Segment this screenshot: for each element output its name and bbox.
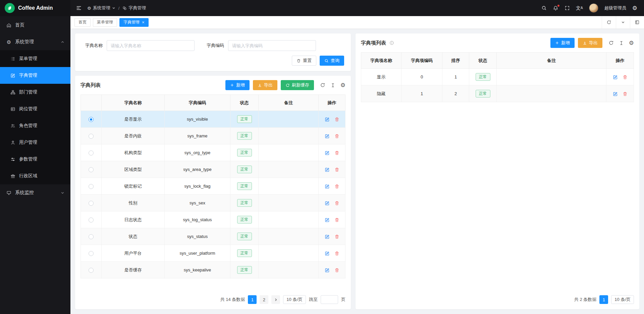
sidebar-item-region[interactable]: 行政区域	[0, 168, 70, 184]
export-dict-item-button[interactable]: 导出	[578, 38, 602, 48]
row-actions	[319, 111, 345, 128]
dict-code-input[interactable]	[228, 40, 316, 51]
edit-icon[interactable]	[613, 91, 618, 97]
delete-icon[interactable]	[623, 75, 628, 80]
row-radio[interactable]	[89, 150, 94, 155]
next-page-button[interactable]	[271, 295, 280, 304]
edit-icon[interactable]	[613, 75, 618, 80]
table-settings-icon[interactable]: ⚙	[629, 40, 634, 46]
breadcrumb-parent[interactable]: ⚙ 系统管理	[87, 5, 115, 11]
delete-icon[interactable]	[334, 201, 339, 206]
edit-icon[interactable]	[325, 167, 330, 172]
dict-table-row[interactable]: 用户平台sys_user_platform正常	[81, 245, 345, 262]
edit-icon[interactable]	[325, 134, 330, 139]
sidebar-item-dict-mgmt[interactable]: 字典管理	[0, 67, 70, 84]
reload-table-icon[interactable]	[608, 40, 614, 46]
refresh-page-icon[interactable]	[602, 16, 616, 28]
content-fullscreen-icon[interactable]	[630, 16, 644, 28]
dict-table-row[interactable]: 状态sys_status正常	[81, 228, 345, 245]
row-radio[interactable]	[89, 234, 94, 239]
search-button[interactable]: 查询	[320, 56, 344, 66]
tab-home[interactable]: 首页	[74, 18, 91, 27]
sidebar-item-param-mgmt[interactable]: 参数管理	[0, 151, 70, 168]
fullscreen-icon[interactable]	[565, 5, 570, 11]
app-logo[interactable]: Coffee Admin	[0, 0, 70, 16]
row-radio[interactable]	[89, 201, 94, 206]
dict-table-row[interactable]: 锁定标记sys_lock_flag正常	[81, 178, 345, 195]
dict-table-row[interactable]: 机构类型sys_org_type正常	[81, 144, 345, 161]
delete-icon[interactable]	[334, 234, 339, 239]
search-card: 字典名称 字典编码 重置	[75, 34, 351, 71]
sidebar-toggle-icon[interactable]	[76, 5, 82, 11]
row-radio[interactable]	[89, 217, 94, 223]
export-dict-button[interactable]: 导出	[253, 80, 277, 90]
delete-icon[interactable]	[334, 150, 339, 155]
jump-page-input[interactable]	[321, 295, 338, 304]
dict-table-row[interactable]: 日志状态sys_log_status正常	[81, 211, 345, 228]
row-radio[interactable]	[89, 167, 94, 172]
translate-icon[interactable]: 文A	[576, 6, 583, 10]
edit-icon[interactable]	[325, 201, 330, 206]
sidebar-item-post-mgmt[interactable]: 岗位管理	[0, 101, 70, 117]
add-dict-button[interactable]: 新增	[225, 80, 250, 90]
dict-name-input[interactable]	[107, 40, 195, 51]
settings-gear-icon[interactable]: ⚙	[632, 5, 637, 11]
dict-table-row[interactable]: 区域类型sys_area_type正常	[81, 161, 345, 178]
page-button-1[interactable]: 1	[248, 295, 257, 304]
dict-table-row[interactable]: 是否内嵌sys_frame正常	[81, 128, 345, 144]
add-dict-item-button[interactable]: 新增	[550, 38, 575, 48]
edit-icon[interactable]	[325, 234, 330, 239]
delete-icon[interactable]	[334, 184, 339, 189]
breadcrumb-current[interactable]: 字典管理	[122, 5, 146, 11]
edit-icon[interactable]	[325, 251, 330, 256]
sidebar-item-monitor[interactable]: 系统监控	[0, 184, 70, 201]
sidebar-item-home[interactable]: 首页	[0, 17, 70, 34]
delete-icon[interactable]	[334, 251, 339, 256]
row-radio[interactable]	[89, 184, 94, 189]
refresh-cache-button[interactable]: 刷新缓存	[281, 80, 314, 90]
delete-icon[interactable]	[334, 217, 339, 223]
row-radio[interactable]	[89, 268, 94, 273]
tab-close-icon[interactable]: ×	[142, 20, 145, 24]
dict-table-row[interactable]: 是否缓存sys_keepalive正常	[81, 262, 345, 278]
page-button-2[interactable]: 2	[260, 295, 268, 304]
tab-options-chevron-icon[interactable]	[616, 16, 630, 28]
sidebar-item-dept-mgmt[interactable]: 部门管理	[0, 84, 70, 101]
delete-icon[interactable]	[623, 91, 628, 97]
row-radio[interactable]	[89, 134, 94, 139]
sidebar-item-role-mgmt[interactable]: 角色管理	[0, 117, 70, 134]
edit-icon[interactable]	[325, 268, 330, 273]
tab-dict-mgmt[interactable]: 字典管理 ×	[119, 18, 149, 27]
table-settings-icon[interactable]: ⚙	[340, 82, 345, 88]
table-density-icon[interactable]	[619, 41, 624, 46]
dict-item-table-row[interactable]: 显示01正常	[361, 69, 634, 85]
sidebar-item-menu-mgmt[interactable]: 菜单管理	[0, 50, 70, 67]
dict-item-table-row[interactable]: 隐藏12正常	[361, 85, 634, 102]
search-icon[interactable]	[541, 5, 547, 11]
info-icon[interactable]	[389, 41, 394, 45]
dict-table-row[interactable]: 是否显示sys_visible正常	[81, 111, 345, 128]
row-radio[interactable]	[89, 117, 94, 122]
delete-icon[interactable]	[334, 134, 339, 139]
edit-icon[interactable]	[325, 217, 330, 223]
edit-icon[interactable]	[325, 117, 330, 122]
avatar[interactable]	[589, 3, 598, 13]
sidebar-item-user-mgmt[interactable]: 用户管理	[0, 134, 70, 151]
row-radio[interactable]	[89, 251, 94, 256]
page-button-1[interactable]: 1	[599, 295, 608, 304]
delete-icon[interactable]	[334, 268, 339, 273]
reload-table-icon[interactable]	[320, 82, 325, 88]
page-size-select[interactable]: 10 条/页	[283, 295, 306, 304]
edit-icon[interactable]	[325, 184, 330, 189]
delete-icon[interactable]	[334, 117, 339, 122]
edit-icon[interactable]	[325, 150, 330, 155]
sidebar-item-system[interactable]: ⚙ 系统管理	[0, 34, 70, 50]
reset-button[interactable]: 重置	[292, 56, 316, 66]
user-name[interactable]: 超级管理员	[604, 5, 626, 11]
page-size-select[interactable]: 10 条/页	[611, 295, 634, 304]
tab-menu-mgmt[interactable]: 菜单管理	[93, 18, 117, 27]
table-density-icon[interactable]	[330, 83, 335, 88]
notification-bell-icon[interactable]	[553, 5, 558, 11]
delete-icon[interactable]	[334, 167, 339, 172]
dict-table-row[interactable]: 性别sys_sex正常	[81, 195, 345, 211]
